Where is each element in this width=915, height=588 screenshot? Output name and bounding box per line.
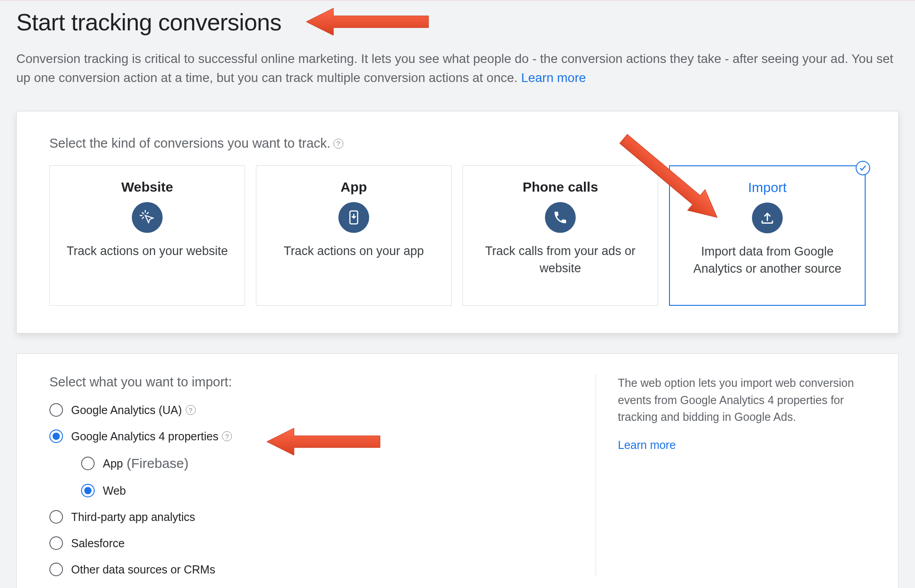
tile-website-title: Website bbox=[121, 179, 173, 195]
svg-marker-3 bbox=[267, 428, 380, 455]
radio-ga-ua[interactable]: Google Analytics (UA) ? bbox=[49, 403, 568, 417]
radio-icon bbox=[49, 403, 63, 417]
radio-ga4-web-label: Web bbox=[103, 484, 126, 497]
radio-checked-icon bbox=[81, 484, 95, 497]
help-icon[interactable]: ? bbox=[186, 405, 196, 415]
intro-learn-more-link[interactable]: Learn more bbox=[521, 71, 586, 85]
tile-phone-title: Phone calls bbox=[523, 179, 598, 195]
radio-ga4-label: Google Analytics 4 properties bbox=[71, 430, 218, 443]
cursor-click-icon bbox=[132, 202, 163, 233]
import-heading: Select what you want to import: bbox=[49, 375, 568, 390]
info-panel: The web option lets you import web conve… bbox=[596, 375, 876, 576]
tile-website[interactable]: Website Track actions on your website bbox=[49, 165, 245, 306]
radio-icon bbox=[81, 457, 95, 470]
radio-ga4-app[interactable]: App (Firebase) bbox=[81, 456, 568, 471]
page-title: Start tracking conversions bbox=[16, 9, 281, 36]
conversion-kind-card: Select the kind of conversions you want … bbox=[16, 111, 899, 333]
radio-other-label: Other data sources or CRMs bbox=[71, 563, 215, 576]
tile-import-desc: Import data from Google Analytics or ano… bbox=[683, 243, 852, 278]
radio-third-party[interactable]: Third-party app analytics bbox=[49, 510, 568, 524]
phone-icon bbox=[545, 202, 576, 233]
tile-app-title: App bbox=[341, 179, 367, 195]
select-kind-heading-text: Select the kind of conversions you want … bbox=[49, 136, 331, 151]
select-kind-heading: Select the kind of conversions you want … bbox=[49, 136, 866, 151]
tile-phone-calls[interactable]: Phone calls Track calls from your ads or… bbox=[462, 165, 658, 306]
info-learn-more-link[interactable]: Learn more bbox=[618, 437, 676, 454]
intro-text: Conversion tracking is critical to succe… bbox=[16, 49, 899, 87]
radio-ga4-web[interactable]: Web bbox=[81, 484, 568, 497]
upload-icon bbox=[752, 202, 783, 233]
phone-download-icon bbox=[338, 202, 369, 233]
radio-salesforce-label: Salesforce bbox=[71, 537, 125, 550]
check-circle-icon bbox=[856, 161, 870, 175]
radio-salesforce[interactable]: Salesforce bbox=[49, 536, 568, 550]
svg-marker-0 bbox=[306, 8, 429, 35]
radio-third-party-label: Third-party app analytics bbox=[71, 511, 195, 524]
tile-website-desc: Track actions on your website bbox=[67, 243, 228, 260]
annotation-arrow-ga4 bbox=[267, 426, 385, 458]
tile-app-desc: Track actions on your app bbox=[284, 243, 424, 260]
tile-phone-desc: Track calls from your ads or website bbox=[476, 243, 645, 277]
radio-other-sources[interactable]: Other data sources or CRMs bbox=[49, 563, 568, 576]
annotation-arrow-title bbox=[306, 6, 433, 38]
tile-import-title: Import bbox=[748, 180, 786, 195]
tile-import[interactable]: Import Import data from Google Analytics… bbox=[669, 165, 866, 306]
radio-icon bbox=[49, 536, 63, 550]
radio-ga4-app-suffix: (Firebase) bbox=[126, 456, 188, 471]
radio-ga4-app-label: App bbox=[103, 457, 123, 470]
help-icon[interactable]: ? bbox=[333, 139, 343, 149]
radio-icon bbox=[49, 563, 63, 576]
intro-body: Conversion tracking is critical to succe… bbox=[16, 52, 893, 85]
info-panel-text: The web option lets you import web conve… bbox=[618, 375, 876, 426]
import-selection-card: Select what you want to import: Google A… bbox=[16, 353, 899, 588]
radio-ga-ua-label: Google Analytics (UA) bbox=[71, 404, 182, 417]
help-icon[interactable]: ? bbox=[222, 431, 232, 441]
radio-ga4[interactable]: Google Analytics 4 properties ? bbox=[49, 429, 568, 443]
radio-icon bbox=[49, 510, 63, 524]
tile-app[interactable]: App Track actions on your app bbox=[256, 165, 452, 306]
radio-checked-icon bbox=[49, 429, 63, 443]
